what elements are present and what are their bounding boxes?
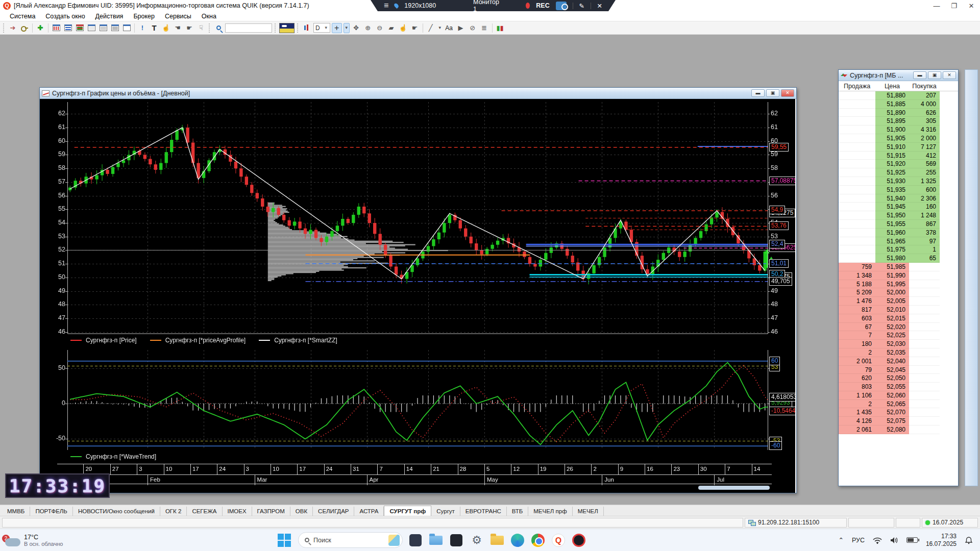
hand-down-icon[interactable]: ☟	[196, 23, 206, 33]
chart-close-button[interactable]: ✕	[781, 89, 794, 97]
sheet-tab[interactable]: СЕГЕЖА	[187, 507, 222, 516]
hand-right-icon[interactable]: ☛	[184, 23, 194, 33]
menu-item-Система[interactable]: Система	[5, 12, 40, 21]
quotes-window-icon[interactable]	[63, 23, 73, 33]
order-book-bid-row[interactable]: 51,925255	[839, 168, 958, 177]
order-book-bid-row[interactable]: 51,935600	[839, 186, 958, 194]
image-button[interactable]	[279, 23, 295, 33]
sheet-tab[interactable]: МЕЧЕЛ прф	[528, 507, 572, 516]
right-edge-scrollbar[interactable]	[965, 69, 978, 486]
order-book-bid-row[interactable]: 51,920569	[839, 160, 958, 168]
order-book-bid-row[interactable]: 51,9004 316	[839, 126, 958, 134]
order-book-ask-row[interactable]: 2 00152,040	[839, 357, 958, 366]
order-book-bid-row[interactable]: 51,9107 127	[839, 143, 958, 152]
toolbar-search-input[interactable]	[225, 23, 272, 33]
cursor-tool-icon[interactable]: ▶	[456, 23, 466, 33]
battery-icon[interactable]	[906, 537, 918, 543]
file-manager-icon[interactable]	[428, 533, 444, 548]
annotation-tool-icon[interactable]: Aa	[444, 23, 454, 33]
window-info-icon[interactable]	[121, 23, 132, 33]
price-chart-canvas[interactable]	[40, 99, 795, 493]
maximize-button[interactable]: ❐	[945, 2, 963, 10]
column-header-sell[interactable]: Продажа	[839, 83, 875, 90]
sheet-tab[interactable]: СУРГУТ прф	[384, 506, 431, 516]
line-tool-icon[interactable]: ╱	[426, 23, 436, 33]
text-tool-icon[interactable]: T	[149, 23, 159, 33]
connect-icon[interactable]: ➔	[8, 23, 18, 33]
order-book-titlebar[interactable]: Сургнфгз-п [МБ ... ▬ ▣ ✕	[839, 70, 958, 81]
hand-up-icon[interactable]: ☝	[161, 23, 171, 33]
toolbar-drag-handle[interactable]	[3, 23, 5, 33]
order-book-bid-row[interactable]: 51,98065	[839, 254, 958, 263]
order-book-ask-row[interactable]: 752,025	[839, 331, 958, 340]
annotate-pencil-icon[interactable]: ✎	[579, 2, 584, 10]
sheet-tab[interactable]: ММВБ	[2, 507, 30, 516]
order-book-bid-row[interactable]: 51,9402 306	[839, 194, 958, 203]
wifi-icon[interactable]	[873, 537, 882, 544]
edge-browser-icon[interactable]	[510, 533, 525, 548]
pan-tool-icon[interactable]: ✥	[351, 23, 361, 33]
minimize-button[interactable]: —	[928, 2, 945, 10]
order-book-ask-row[interactable]: 62052,050	[839, 374, 958, 383]
order-book-ask-row[interactable]: 5 20952,000	[839, 288, 958, 297]
start-button[interactable]	[276, 532, 293, 549]
order-book-bid-row[interactable]: 51,9301 325	[839, 177, 958, 186]
interval-select[interactable]: D▼	[313, 23, 330, 33]
recorder-menu-icon[interactable]: ≡	[384, 1, 388, 10]
candlestick-type-icon[interactable]	[302, 23, 312, 33]
order-book-ask-row[interactable]: 7952,045	[839, 366, 958, 374]
sheet-tab[interactable]: МЕЧЕЛ	[573, 507, 604, 516]
column-header-buy[interactable]: Покупка	[909, 83, 940, 90]
volume-chart-icon[interactable]: ▮▮	[495, 23, 505, 33]
order-book-bid-row[interactable]: 51,955867	[839, 220, 958, 229]
order-book-ask-row[interactable]: 1 43552,070	[839, 408, 958, 417]
order-book-bid-row[interactable]: 51,9751	[839, 245, 958, 254]
order-book-bid-row[interactable]: 51,960378	[839, 229, 958, 237]
menu-item-Сервисы[interactable]: Сервисы	[160, 12, 196, 21]
order-book-ask-row[interactable]: 60352,015	[839, 314, 958, 323]
messages-window-icon[interactable]	[86, 23, 96, 33]
opera-browser-icon[interactable]	[571, 533, 586, 548]
tray-clock[interactable]: 17:33 16.07.2025	[926, 533, 957, 548]
new-window-icon[interactable]: ✚	[35, 23, 45, 33]
edit-window-icon[interactable]	[98, 23, 108, 33]
sheet-tab[interactable]: ОГК 2	[160, 507, 187, 516]
sheet-tab[interactable]: НОВОСТИ/Окно сообщений	[73, 507, 160, 516]
layers-icon[interactable]: ≣	[479, 23, 489, 33]
order-book-ask-row[interactable]: 1 47652,005	[839, 297, 958, 306]
order-book-bid-row[interactable]: 51,880207	[839, 91, 958, 100]
sheet-tab[interactable]: IMOEX	[223, 507, 252, 516]
order-book-ask-row[interactable]: 252,035	[839, 348, 958, 357]
order-book-ask-row[interactable]: 2 06152,080	[839, 425, 958, 434]
order-book-bid-row[interactable]: 51,9501 248	[839, 211, 958, 220]
grab-hand-icon[interactable]: ☛	[410, 23, 420, 33]
order-book-ask-row[interactable]: 252,065	[839, 400, 958, 409]
chrome-browser-icon[interactable]	[530, 533, 546, 548]
pin-icon[interactable]	[394, 3, 400, 9]
menu-item-Действия[interactable]: Действия	[91, 12, 128, 21]
sheet-tab[interactable]: СЕЛИГДАР	[313, 507, 354, 516]
hide-objects-icon[interactable]: ⊘	[468, 23, 478, 33]
order-book-maximize-button[interactable]: ▣	[928, 71, 941, 79]
volume-icon[interactable]	[890, 537, 898, 544]
order-book-ask-row[interactable]: 18052,030	[839, 340, 958, 348]
add-indicator-caret[interactable]: ▼	[344, 23, 350, 33]
weather-widget[interactable]: 2 17°C В осн. облачно	[0, 534, 107, 547]
menu-item-Создать окно[interactable]: Создать окно	[41, 12, 89, 21]
notification-bell-icon[interactable]	[965, 536, 973, 544]
taskbar-search[interactable]: Поиск	[298, 532, 403, 548]
close-button[interactable]: ✕	[963, 2, 980, 10]
order-book-minimize-button[interactable]: ▬	[913, 71, 926, 79]
folder-icon[interactable]	[489, 533, 505, 548]
price-chart-window-icon[interactable]	[51, 23, 61, 33]
order-book-bid-row[interactable]: 51,915412	[839, 152, 958, 160]
toolbar-drag-handle[interactable]	[209, 23, 211, 33]
order-book-bid-row[interactable]: 51,945160	[839, 203, 958, 211]
close-window-icon[interactable]	[110, 23, 120, 33]
chart-h-scrollbar[interactable]	[698, 486, 770, 490]
order-book-ask-row[interactable]: 6752,020	[839, 323, 958, 332]
search-icon[interactable]	[213, 23, 224, 33]
dark-app-icon[interactable]	[449, 533, 464, 548]
date-axis[interactable]: 2027310172431017243171421285121926291623…	[57, 464, 772, 484]
hand-left-icon[interactable]: ☚	[173, 23, 183, 33]
